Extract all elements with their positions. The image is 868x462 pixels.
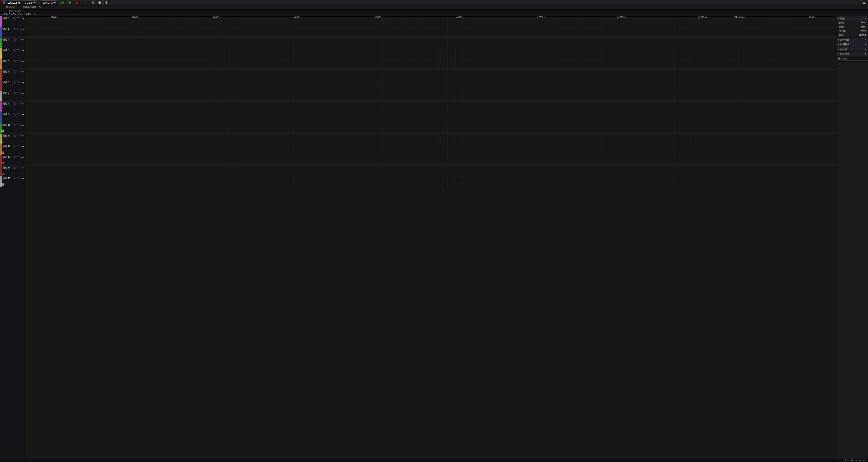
waveform-panel[interactable]: +100ns+200ns+300ns+400ns+500ns+600ns+700… [25, 17, 836, 459]
channel-ctrl-1[interactable]: ƒ [17, 81, 18, 84]
decoder-add-button[interactable]: ＋ [864, 48, 867, 51]
channel-ctrl-0[interactable]: ⚙ [13, 81, 16, 84]
channel-ctrl-4[interactable]: ▾ [23, 135, 24, 137]
threshold-row[interactable]: ▼ 3.3V CMOS -> Vth: 1.65 V ⚙ [0, 13, 868, 17]
channel-row-6[interactable]: 通道 6⚙ƒ‾⇆▾6 [0, 80, 25, 91]
decode-results-header[interactable]: ▼解析结果 ⚙ [836, 52, 868, 56]
waveform-track-4[interactable] [25, 59, 836, 70]
channel-ctrl-3[interactable]: ⇆ [21, 39, 22, 41]
waveform-tracks[interactable] [25, 17, 836, 459]
waveform-track-15[interactable] [25, 176, 836, 187]
channel-ctrl-0[interactable]: ⚙ [13, 92, 16, 94]
channel-ctrl-0[interactable]: ⚙ [13, 124, 16, 126]
channel-ctrl-3[interactable]: ⇆ [21, 28, 22, 30]
channel-ctrl-3[interactable]: ⇆ [21, 71, 22, 73]
channel-ctrl-1[interactable]: ƒ [17, 49, 18, 52]
channel-ctrl-4[interactable]: ▾ [23, 28, 24, 30]
channel-ctrl-4[interactable]: ▾ [23, 49, 24, 52]
waveform-track-9[interactable] [25, 112, 836, 123]
channel-ctrl-0[interactable]: ⚙ [13, 28, 16, 30]
channel-row-7[interactable]: 通道 7⚙ƒ‾⇆▾7 [0, 91, 25, 102]
channel-ctrl-4[interactable]: ▾ [23, 60, 24, 62]
timeline-marker[interactable]: 721.624ms [734, 17, 745, 19]
decode-results-settings-button[interactable]: ⚙ [865, 53, 867, 55]
channel-ctrl-0[interactable]: ⚙ [13, 71, 16, 73]
sample-depth-select[interactable]: 2 GSa* [23, 0, 37, 5]
decoder-header[interactable]: ▼解析器 ＋ [836, 47, 868, 52]
channel-ctrl-3[interactable]: ⇆ [21, 60, 22, 62]
waveform-track-6[interactable] [25, 80, 836, 91]
channel-ctrl-2[interactable]: ‾ [19, 145, 20, 148]
channel-ctrl-2[interactable]: ‾ [19, 156, 20, 158]
channel-row-0[interactable]: 通道 0⚙ƒ‾⇆▾0 [0, 17, 25, 27]
channel-ctrl-3[interactable]: ⇆ [21, 81, 22, 84]
channel-ctrl-0[interactable]: ⚙ [13, 113, 16, 116]
channel-ctrl-0[interactable]: ⚙ [13, 49, 16, 52]
channel-ctrl-2[interactable]: ‾ [19, 135, 20, 137]
channel-ctrl-1[interactable]: ƒ [17, 145, 18, 148]
measure-add-button[interactable]: ＋ [864, 17, 867, 20]
channel-ctrl-3[interactable]: ⇆ [21, 167, 22, 169]
zoom-region-button[interactable] [90, 0, 96, 5]
waveform-track-1[interactable] [25, 27, 836, 38]
zoom-out-button[interactable] [103, 0, 110, 5]
channel-ctrl-4[interactable]: ▾ [23, 17, 24, 20]
text-cursor-button[interactable]: T [83, 0, 89, 5]
channel-ctrl-1[interactable]: ƒ [17, 103, 18, 105]
channel-ctrl-2[interactable]: ‾ [19, 71, 20, 73]
channel-ctrl-0[interactable]: ⚙ [13, 60, 16, 62]
channel-row-13[interactable]: 通道 13⚙ƒ‾⇆▾13 [0, 155, 25, 166]
channel-row-10[interactable]: 通道 10⚙ƒ‾⇆▾10 [0, 123, 25, 134]
channel-ctrl-2[interactable]: ‾ [19, 60, 20, 62]
channel-ctrl-1[interactable]: ƒ [17, 177, 18, 180]
channel-ctrl-0[interactable]: ⚙ [13, 17, 16, 20]
channel-ctrl-4[interactable]: ▾ [23, 167, 24, 169]
channel-ctrl-2[interactable]: ‾ [19, 81, 20, 84]
channel-ctrl-1[interactable]: ƒ [17, 135, 18, 137]
channel-ctrl-1[interactable]: ƒ [17, 113, 18, 116]
pulse-count-add-button[interactable]: ＋ [864, 38, 867, 41]
channel-ctrl-2[interactable]: ‾ [19, 103, 20, 105]
decode-search-input[interactable] [841, 57, 868, 61]
channel-ctrl-3[interactable]: ⇆ [21, 49, 22, 52]
channel-ctrl-4[interactable]: ▾ [23, 124, 24, 126]
channel-ctrl-1[interactable]: ƒ [17, 28, 18, 30]
channel-ctrl-3[interactable]: ⇆ [21, 92, 22, 94]
channel-ctrl-2[interactable]: ‾ [19, 177, 20, 180]
device-gear-icon[interactable]: ⚙ [18, 1, 21, 4]
time-ruler-header[interactable]: ▼时间标尺 ＋ [836, 42, 868, 47]
waveform-track-5[interactable] [25, 70, 836, 80]
waveform-track-14[interactable] [25, 166, 836, 176]
channel-ctrl-1[interactable]: ƒ [17, 39, 18, 41]
threshold-collapse-icon[interactable]: ▼ [1, 13, 3, 16]
waveform-track-11[interactable] [25, 134, 836, 144]
channel-ctrl-0[interactable]: ⚙ [13, 39, 16, 41]
channel-ctrl-4[interactable]: ▾ [23, 81, 24, 84]
channel-ctrl-2[interactable]: ‾ [19, 49, 20, 52]
channel-ctrl-1[interactable]: ƒ [17, 17, 18, 20]
waveform-track-3[interactable] [25, 49, 836, 59]
waveform-track-13[interactable] [25, 155, 836, 166]
channel-ctrl-1[interactable]: ƒ [17, 92, 18, 94]
channel-ctrl-3[interactable]: ⇆ [21, 156, 22, 158]
channel-ctrl-3[interactable]: ⇆ [21, 103, 22, 105]
channel-row-9[interactable]: 通道 9⚙ƒ‾⇆▾9 [0, 112, 25, 123]
channel-ctrl-0[interactable]: ⚙ [13, 145, 16, 148]
channel-row-12[interactable]: 通道 12⚙ƒ‾⇆▾12 [0, 144, 25, 155]
channel-ctrl-4[interactable]: ▾ [23, 145, 24, 148]
channel-ctrl-1[interactable]: ƒ [17, 60, 18, 62]
channel-ctrl-3[interactable]: ⇆ [21, 177, 22, 180]
channel-ctrl-3[interactable]: ⇆ [21, 124, 22, 126]
channel-ctrl-2[interactable]: ‾ [19, 28, 20, 30]
channel-ctrl-2[interactable]: ‾ [19, 113, 20, 116]
channel-ctrl-3[interactable]: ⇆ [21, 135, 22, 137]
threshold-gear-icon[interactable]: ⚙ [34, 13, 36, 16]
channel-ctrl-0[interactable]: ⚙ [13, 156, 16, 158]
waveform-track-7[interactable] [25, 91, 836, 102]
channel-ctrl-2[interactable]: ‾ [19, 167, 20, 169]
channel-ctrl-3[interactable]: ⇆ [21, 17, 22, 20]
channel-ctrl-0[interactable]: ⚙ [13, 135, 16, 137]
channel-row-15[interactable]: 通道 15⚙ƒ‾⇆▾15 [0, 176, 25, 187]
waveform-track-12[interactable] [25, 144, 836, 155]
channel-ctrl-4[interactable]: ▾ [23, 177, 24, 180]
